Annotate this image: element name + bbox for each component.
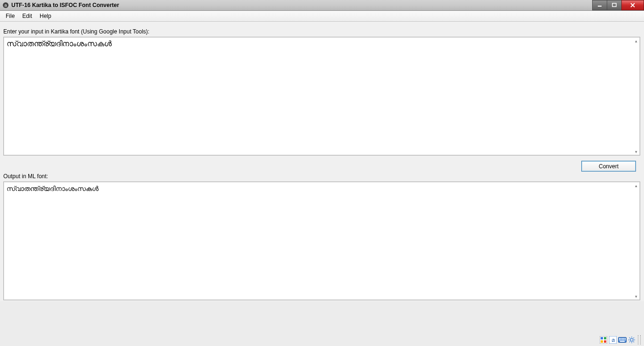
input-textarea[interactable] xyxy=(4,37,638,159)
output-scrollbar[interactable]: ▴ ▾ xyxy=(633,182,640,300)
google-input-tools-icon[interactable] xyxy=(599,336,608,344)
svg-rect-18 xyxy=(620,339,621,340)
close-button[interactable] xyxy=(621,0,644,10)
svg-rect-6 xyxy=(604,337,606,339)
svg-point-23 xyxy=(630,338,633,341)
output-textarea[interactable] xyxy=(4,182,638,304)
svg-rect-12 xyxy=(619,338,620,339)
input-scrollbar[interactable]: ▴ ▾ xyxy=(633,37,640,155)
close-icon xyxy=(630,3,636,8)
client-area: Enter your input in Kartika font (Using … xyxy=(0,22,644,346)
svg-line-29 xyxy=(634,342,635,343)
svg-rect-3 xyxy=(612,3,616,7)
svg-rect-7 xyxy=(601,340,603,343)
settings-gear-icon[interactable] xyxy=(627,336,636,344)
menu-file[interactable]: File xyxy=(2,12,18,20)
convert-button[interactable]: Convert xyxy=(581,161,636,172)
keyboard-icon[interactable] xyxy=(618,336,627,344)
window-controls xyxy=(593,0,644,9)
svg-rect-22 xyxy=(620,341,625,342)
svg-line-31 xyxy=(634,338,635,338)
menu-help[interactable]: Help xyxy=(36,12,55,20)
svg-rect-2 xyxy=(598,6,602,7)
scroll-down-icon[interactable]: ▾ xyxy=(633,148,640,155)
svg-line-28 xyxy=(629,338,630,338)
svg-text:മ: മ xyxy=(611,337,615,343)
menu-bar: File Edit Help xyxy=(0,11,644,22)
maximize-button[interactable] xyxy=(607,0,622,10)
minimize-icon xyxy=(597,3,602,8)
svg-text:a: a xyxy=(4,3,7,8)
system-tray: മ xyxy=(598,335,642,345)
svg-rect-20 xyxy=(623,339,624,340)
maximize-icon xyxy=(612,3,617,8)
svg-rect-13 xyxy=(620,338,621,339)
svg-rect-16 xyxy=(625,338,626,339)
title-bar: a UTF-16 Kartika to ISFOC Font Converter xyxy=(0,0,644,11)
window-title: UTF-16 Kartika to ISFOC Font Converter xyxy=(11,2,119,8)
input-label: Enter your input in Kartika font (Using … xyxy=(3,28,149,35)
window-footer-area xyxy=(0,301,644,346)
svg-rect-5 xyxy=(601,337,603,339)
output-label: Output in ML font: xyxy=(3,173,48,180)
language-malayalam-icon[interactable]: മ xyxy=(609,336,617,344)
input-textarea-wrap: ▴ ▾ xyxy=(3,37,640,156)
scroll-down-icon[interactable]: ▾ xyxy=(633,293,640,300)
svg-rect-21 xyxy=(625,339,626,340)
scroll-up-icon[interactable]: ▴ xyxy=(633,37,640,44)
menu-edit[interactable]: Edit xyxy=(18,12,36,20)
svg-rect-15 xyxy=(623,338,624,339)
svg-line-30 xyxy=(629,342,630,343)
svg-rect-19 xyxy=(622,339,623,340)
svg-rect-17 xyxy=(619,339,620,340)
minimize-button[interactable] xyxy=(592,0,607,10)
output-textarea-wrap: ▴ ▾ xyxy=(3,181,640,300)
tray-resize-handle[interactable] xyxy=(638,335,641,345)
svg-rect-14 xyxy=(622,338,623,339)
svg-rect-8 xyxy=(604,340,606,343)
scroll-up-icon[interactable]: ▴ xyxy=(633,182,640,189)
app-icon: a xyxy=(2,1,9,9)
